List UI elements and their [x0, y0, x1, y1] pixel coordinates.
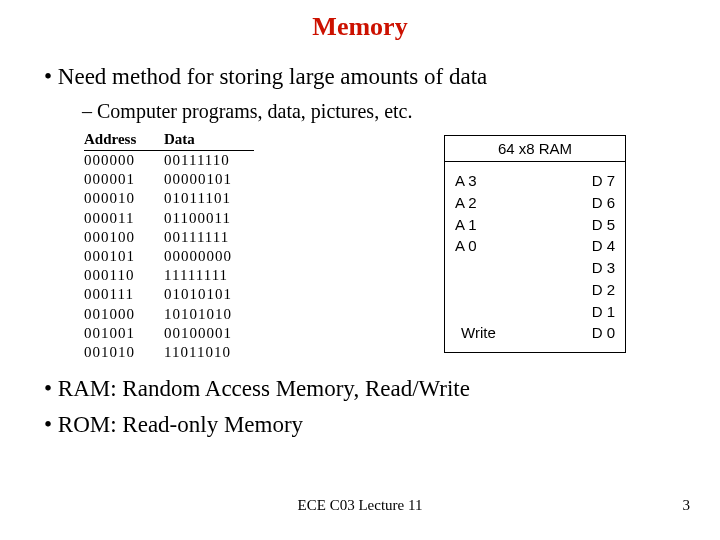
ram-data-pins: D 7 D 6 D 5 D 4 D 3 D 2 D 1 D 0 — [535, 170, 615, 344]
ram-box: 64 x8 RAM A 3 A 2 A 1 A 0 Write D 7 D 6 … — [444, 135, 626, 353]
content-row: Address Data 00000000111110 000001000001… — [30, 131, 690, 362]
bullet-sub-1: Computer programs, data, pictures, etc. — [82, 100, 690, 123]
table-row: 00100010101010 — [84, 305, 254, 324]
ram-pin: D 1 — [535, 301, 615, 323]
table-header-address: Address — [84, 131, 164, 148]
ram-pin: D 6 — [535, 192, 615, 214]
slide-title: Memory — [30, 12, 690, 42]
table-row: 00010100000000 — [84, 247, 254, 266]
table-row: 00011011111111 — [84, 266, 254, 285]
table-row: 00000000111110 — [84, 151, 254, 170]
ram-pin: D 2 — [535, 279, 615, 301]
table-header-data: Data — [164, 131, 254, 148]
table-row: 00101011011010 — [84, 343, 254, 362]
ram-pin: A 2 — [455, 192, 535, 214]
ram-pin: D 4 — [535, 235, 615, 257]
ram-pin: A 3 — [455, 170, 535, 192]
bullet-main-1: Need method for storing large amounts of… — [44, 64, 690, 90]
table-row: 00100100100001 — [84, 324, 254, 343]
bullet-main-2: RAM: Random Access Memory, Read/Write — [44, 376, 690, 402]
ram-pin: D 5 — [535, 214, 615, 236]
footer-page-number: 3 — [683, 497, 691, 514]
ram-address-pins: A 3 A 2 A 1 A 0 Write — [455, 170, 535, 344]
ram-pin: D 0 — [535, 322, 615, 344]
memory-table: Address Data 00000000111110 000001000001… — [84, 131, 254, 362]
table-row: 00010000111111 — [84, 228, 254, 247]
ram-pin: A 1 — [455, 214, 535, 236]
ram-pin: D 3 — [535, 257, 615, 279]
footer-course: ECE C03 Lecture 11 — [0, 497, 720, 514]
ram-pin: A 0 — [455, 235, 535, 257]
ram-pin: D 7 — [535, 170, 615, 192]
bullet-main-3: ROM: Read-only Memory — [44, 412, 690, 438]
table-row: 00001101100011 — [84, 209, 254, 228]
table-row: 00011101010101 — [84, 285, 254, 304]
table-row: 00000100000101 — [84, 170, 254, 189]
table-row: 00001001011101 — [84, 189, 254, 208]
ram-write-pin: Write — [455, 322, 535, 344]
ram-title: 64 x8 RAM — [445, 136, 625, 162]
